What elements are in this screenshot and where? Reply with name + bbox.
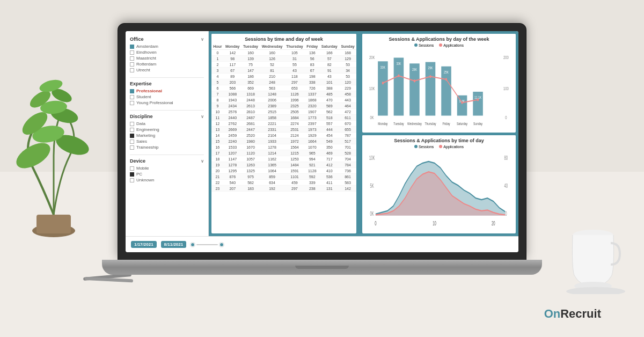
checkbox-unknown[interactable]	[130, 178, 134, 182]
date-start-badge[interactable]: 1/17/2021	[131, 241, 157, 248]
filter-item-pc[interactable]: PC	[130, 171, 204, 177]
checkbox-amsterdam[interactable]	[130, 45, 134, 49]
svg-text:0: 0	[505, 210, 507, 216]
filter-item-marketing[interactable]: Marketing	[130, 133, 204, 138]
table-row: 1124402487185816841773518611	[211, 115, 356, 121]
table-row: 710881318124811261337485458	[211, 91, 356, 97]
svg-point-37	[398, 75, 399, 77]
table-row: 819432448200619961868470443	[211, 97, 356, 103]
discipline-filter-title[interactable]: Discipline ∨	[130, 114, 204, 119]
svg-text:29K: 29K	[428, 65, 433, 70]
filter-item-data[interactable]: Data	[130, 121, 204, 127]
col-monday: Monday	[224, 43, 241, 50]
table-row: 198139126315657129	[211, 56, 356, 62]
svg-text:10: 10	[433, 219, 436, 226]
svg-text:Wednesday: Wednesday	[407, 121, 422, 127]
table-row: 6566669563653726388229	[211, 85, 356, 91]
checkbox-traineeship[interactable]	[130, 145, 134, 150]
table-row: 0142160160105136166168	[211, 50, 356, 56]
checkbox-marketing[interactable]	[130, 134, 134, 138]
filter-item-utrecht[interactable]: Utrecht	[130, 67, 204, 73]
svg-text:10K: 10K	[369, 86, 375, 92]
checkbox-engineering[interactable]	[130, 128, 134, 132]
filter-item-student[interactable]: Student	[130, 94, 204, 100]
expertise-filter: Expertise Professional Student	[130, 81, 204, 106]
filter-item-eindhoven[interactable]: Eindhoven	[130, 49, 204, 55]
table-row: 1615331670127815641070350701	[211, 144, 356, 150]
date-end-badge[interactable]: 8/11/2021	[161, 241, 187, 248]
slider-track[interactable]	[196, 244, 218, 245]
checkbox-mobile[interactable]	[130, 166, 134, 171]
sidebar: Office ∨ Amsterdam Eindhoven	[126, 31, 209, 236]
checkbox-maastricht[interactable]	[130, 56, 134, 61]
filter-item-traineeship[interactable]: Traineeship	[130, 144, 204, 150]
svg-text:33K: 33K	[396, 61, 401, 65]
svg-text:100: 100	[503, 86, 509, 92]
col-wednesday: Wednesday	[260, 43, 284, 50]
chart-time-legend: Sessions Applications	[362, 145, 516, 149]
checkbox-young-professional[interactable]	[130, 101, 134, 105]
filter-item-young-professional[interactable]: Young Professional	[130, 100, 204, 106]
col-sunday: Sunday	[339, 43, 356, 50]
chart-day-title: Sessions & Applications by day of the we…	[362, 34, 516, 43]
brand-on: On	[544, 307, 561, 320]
sessions-table-panel: Sessions by time and day of week Hour Mo…	[211, 34, 356, 233]
filter-item-mobile[interactable]: Mobile	[130, 165, 204, 171]
device-chevron-icon[interactable]: ∨	[201, 159, 204, 164]
table-row: 3671478143679134	[211, 68, 356, 74]
checkbox-sales[interactable]	[130, 140, 134, 144]
checkbox-pc[interactable]	[130, 172, 134, 177]
checkbox-student[interactable]	[130, 95, 134, 99]
filter-item-sales[interactable]: Sales	[130, 138, 204, 144]
table-row: 22540582634459339411583	[211, 180, 356, 186]
table-row: 4891862101181984353	[211, 74, 356, 79]
svg-text:200: 200	[503, 55, 509, 61]
slider-end-handle[interactable]	[219, 243, 224, 247]
col-saturday: Saturday	[319, 43, 339, 50]
checkbox-professional[interactable]	[130, 89, 134, 93]
chart-day-legend: Sessions Applications	[362, 43, 516, 47]
table-row: 1025762810251525051907562472	[211, 109, 356, 115]
checkbox-eindhoven[interactable]	[130, 50, 134, 55]
discipline-chevron-icon[interactable]: ∨	[201, 114, 204, 119]
svg-rect-24	[394, 58, 404, 116]
svg-text:0K: 0K	[370, 115, 375, 121]
expertise-filter-title[interactable]: Expertise	[130, 81, 204, 86]
svg-text:25K: 25K	[444, 70, 449, 74]
office-filter-title[interactable]: Office ∨	[130, 36, 204, 42]
filter-item-rotterdam[interactable]: Rotterdam	[130, 61, 204, 67]
svg-text:80: 80	[504, 155, 508, 161]
table-row: 2012951325106415911128410736	[211, 168, 356, 174]
office-chevron-icon[interactable]: ∨	[201, 37, 204, 42]
svg-text:Sunday: Sunday	[473, 121, 483, 127]
svg-point-42	[477, 98, 479, 101]
svg-point-36	[382, 82, 384, 84]
checkbox-rotterdam[interactable]	[130, 62, 134, 67]
brand-recruit: Recruit	[560, 307, 601, 320]
chart-day-svg: 20K 10K 0K 200 100 0	[367, 50, 511, 130]
table-row: 1227622681222122742397557670	[211, 121, 356, 127]
col-hour: Hour	[211, 43, 224, 50]
table-row: 218769758591101592536861	[211, 174, 356, 180]
table-row: 181147105711621253994717704	[211, 156, 356, 162]
filter-item-unknown[interactable]: Unknown	[130, 177, 204, 183]
col-thursday: Thursday	[284, 43, 305, 50]
filter-item-maastricht[interactable]: Maastricht	[130, 55, 204, 61]
device-filter-title[interactable]: Device ∨	[130, 158, 204, 164]
filter-item-professional[interactable]: Professional	[130, 88, 204, 94]
filter-item-amsterdam[interactable]: Amsterdam	[130, 43, 204, 49]
svg-text:Saturday: Saturday	[457, 121, 468, 127]
table-row: 1522401980193319721664549517	[211, 138, 356, 144]
chart-time-svg: 10K 5K 0K 80 40 0	[367, 152, 511, 232]
chart-time-area: 10K 5K 0K 80 40 0	[362, 150, 516, 234]
svg-text:40: 40	[504, 182, 508, 188]
slider-start-handle[interactable]	[191, 243, 195, 247]
svg-text:0K: 0K	[370, 210, 374, 216]
filter-item-engineering[interactable]: Engineering	[130, 127, 204, 133]
svg-text:28K: 28K	[412, 67, 417, 71]
checkbox-utrecht[interactable]	[130, 68, 134, 72]
svg-point-40	[445, 78, 447, 80]
office-filter: Office ∨ Amsterdam Eindhoven	[130, 36, 204, 73]
date-slider[interactable]	[191, 243, 224, 247]
checkbox-data[interactable]	[130, 122, 134, 126]
